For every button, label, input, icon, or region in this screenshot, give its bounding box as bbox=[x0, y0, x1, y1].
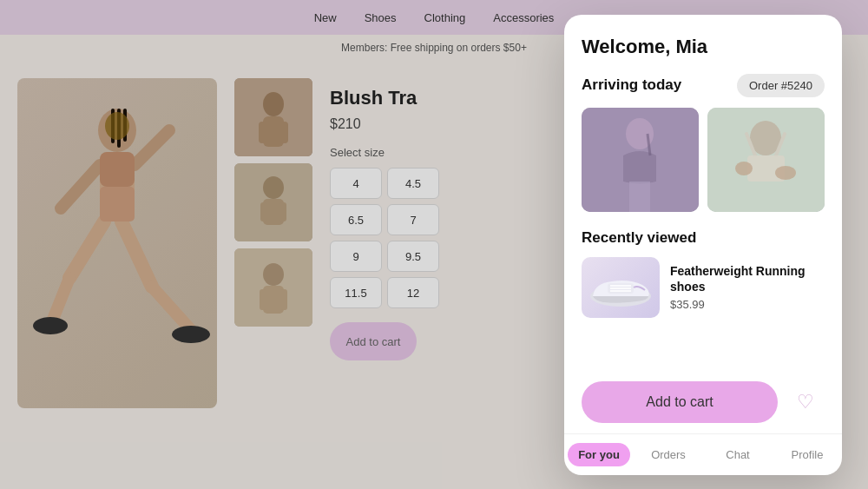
arriving-title: Arriving today bbox=[582, 76, 681, 94]
modal-overlay: Welcome, Mia Arriving today Order #5240 bbox=[0, 0, 868, 489]
order-badge[interactable]: Order #5240 bbox=[737, 74, 825, 97]
modal-body: Welcome, Mia Arriving today Order #5240 bbox=[564, 15, 842, 371]
arriving-image-1 bbox=[582, 108, 699, 212]
arriving-header: Arriving today Order #5240 bbox=[582, 74, 825, 97]
svg-point-41 bbox=[775, 166, 796, 180]
recently-viewed-title: Recently viewed bbox=[582, 229, 825, 247]
shopping-modal: Welcome, Mia Arriving today Order #5240 bbox=[564, 15, 842, 475]
product-thumbnail bbox=[582, 257, 660, 318]
product-details: Featherweight Running shoes $35.99 bbox=[670, 263, 825, 311]
svg-point-42 bbox=[735, 162, 753, 175]
product-name: Featherweight Running shoes bbox=[670, 263, 825, 294]
add-to-cart-button[interactable]: Add to cart bbox=[582, 381, 778, 423]
recently-viewed-product-row: Featherweight Running shoes $35.99 bbox=[582, 257, 825, 318]
welcome-title: Welcome, Mia bbox=[582, 36, 825, 58]
nav-chat[interactable]: Chat bbox=[707, 443, 769, 466]
product-price: $35.99 bbox=[670, 298, 825, 311]
arriving-images bbox=[582, 108, 825, 212]
heart-icon: ♡ bbox=[797, 391, 814, 413]
modal-nav: For you Orders Chat Profile bbox=[564, 433, 842, 475]
modal-actions: Add to cart ♡ bbox=[564, 371, 842, 423]
recently-viewed-section: Recently viewed bbox=[582, 229, 825, 318]
wishlist-button[interactable]: ♡ bbox=[786, 383, 825, 421]
nav-orders[interactable]: Orders bbox=[637, 443, 700, 466]
nav-for-you[interactable]: For you bbox=[568, 443, 630, 466]
svg-rect-33 bbox=[629, 182, 650, 212]
arriving-image-2 bbox=[707, 108, 825, 212]
nav-profile[interactable]: Profile bbox=[776, 443, 838, 466]
